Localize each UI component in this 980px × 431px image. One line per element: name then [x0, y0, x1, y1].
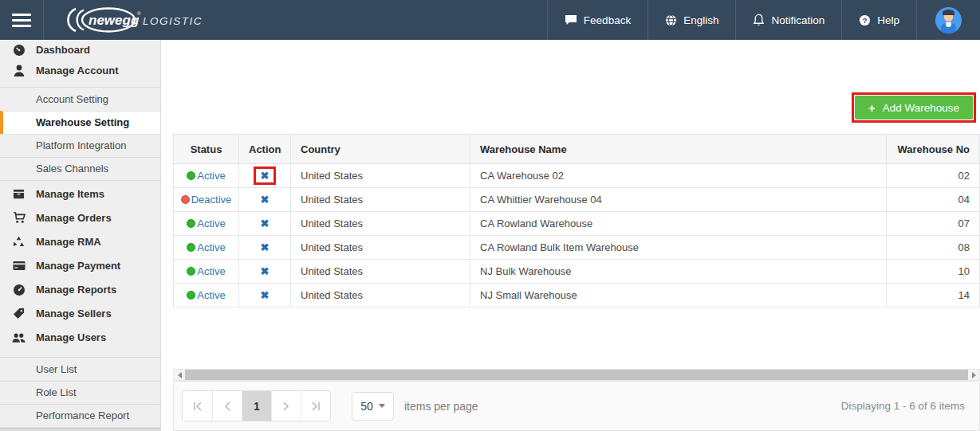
status-toggle[interactable]: Active: [174, 217, 238, 229]
status-toggle[interactable]: Active: [174, 241, 238, 253]
sidebar-item-manage-account[interactable]: Manage Account: [0, 61, 160, 81]
column-header-action[interactable]: Action: [239, 135, 291, 164]
table-header-row: Status Action Country Warehouse Name War…: [174, 135, 980, 164]
column-header-warehouse-name[interactable]: Warehouse Name: [470, 135, 887, 164]
add-warehouse-label: Add Warehouse: [883, 102, 959, 114]
warehouse-no-cell: 07: [887, 212, 980, 236]
country-cell: United States: [291, 188, 470, 212]
items-per-page-label: items per page: [404, 400, 478, 413]
annotation-box: + Add Warehouse: [852, 92, 976, 123]
svg-text:®: ®: [137, 11, 141, 16]
add-warehouse-button[interactable]: + Add Warehouse: [855, 96, 973, 120]
previous-page-button[interactable]: [212, 391, 242, 421]
table-row: Active ✖ United States NJ Small Warehous…: [174, 284, 980, 308]
sidebar-item-warehouse-setting[interactable]: Warehouse Setting: [0, 111, 160, 134]
status-dot: [181, 195, 190, 204]
close-icon[interactable]: ✖: [261, 265, 270, 277]
sidebar-item-user-list[interactable]: User List: [0, 358, 160, 381]
warehouse-name-cell: CA Rowland Warehouse: [470, 212, 887, 236]
country-cell: United States: [291, 164, 470, 188]
last-page-button[interactable]: [301, 391, 330, 421]
sidebar-item-account-setting[interactable]: Account Setting: [0, 88, 160, 111]
sidebar-item-manage-rma[interactable]: Manage RMA: [0, 230, 160, 254]
sidebar-item-platform-integration[interactable]: Platform Integration: [0, 134, 160, 157]
warehouse-no-cell: 10: [887, 260, 980, 284]
status-dot: [187, 219, 195, 228]
scroll-left-arrow[interactable]: [174, 370, 185, 380]
page-number-button[interactable]: 1: [242, 391, 271, 421]
first-page-button[interactable]: [183, 391, 212, 421]
language-button[interactable]: English: [647, 0, 735, 40]
warehouse-name-cell: NJ Bulk Warehouse: [470, 260, 887, 284]
warehouse-no-cell: 08: [887, 236, 980, 260]
sidebar-item-manage-items[interactable]: Manage Items: [0, 182, 160, 206]
close-icon[interactable]: ✖: [261, 289, 270, 301]
toolbar-row: + Add Warehouse: [161, 40, 980, 134]
newegg-logistics-logo[interactable]: newegg ® LOGISTICS: [44, 0, 214, 40]
user-avatar-area: [916, 0, 980, 40]
sidebar-item-manage-users[interactable]: Manage Users: [0, 326, 160, 350]
notification-button[interactable]: Notification: [735, 0, 841, 40]
sidebar-item-label: Manage Account: [36, 65, 119, 76]
column-header-warehouse-no[interactable]: Warehouse No: [887, 135, 980, 164]
help-icon: ?: [859, 14, 871, 26]
close-icon[interactable]: ✖: [261, 170, 270, 182]
sidebar-item-role-list[interactable]: Role List: [0, 381, 160, 404]
language-label: English: [683, 14, 718, 26]
box-icon: [12, 188, 26, 200]
help-button[interactable]: ? Help: [841, 0, 916, 40]
scrollbar-thumb[interactable]: [185, 370, 968, 380]
hamburger-menu-icon[interactable]: [0, 0, 44, 40]
column-header-status[interactable]: Status: [174, 135, 239, 164]
annotation-box: ✖: [254, 167, 277, 185]
feedback-label: Feedback: [584, 14, 631, 26]
recycle-icon: [12, 236, 26, 248]
status-toggle[interactable]: Active: [174, 265, 238, 277]
status-dot: [187, 267, 195, 276]
reports-icon: [12, 284, 26, 296]
user-avatar[interactable]: [935, 7, 962, 33]
page-size-value: 50: [360, 400, 373, 413]
sidebar-item-manage-sellers[interactable]: Manage Sellers: [0, 302, 160, 326]
feedback-icon: [565, 14, 577, 25]
warehouse-table: Status Action Country Warehouse Name War…: [173, 134, 980, 308]
table-row: Active ✖ United States CA Rowland Bulk I…: [174, 236, 980, 260]
pager-button-group: 1: [182, 390, 331, 421]
column-header-country[interactable]: Country: [291, 135, 470, 164]
bell-icon: [753, 14, 765, 26]
status-dot: [187, 291, 195, 300]
sidebar-item-performance-report[interactable]: Performance Report: [0, 404, 160, 427]
sidebar-item-manage-payment[interactable]: Manage Payment: [0, 254, 160, 278]
status-toggle[interactable]: Active: [174, 289, 238, 301]
chevron-down-icon: [379, 404, 385, 408]
status-toggle[interactable]: Active: [174, 170, 238, 182]
warehouse-no-cell: 04: [887, 188, 980, 212]
users-icon: [12, 332, 26, 343]
page-size-dropdown[interactable]: 50: [352, 392, 394, 421]
feedback-button[interactable]: Feedback: [547, 0, 647, 40]
table-row: Active ✖ United States NJ Bulk Warehouse…: [174, 260, 980, 284]
warehouse-name-cell: CA Warehouse 02: [470, 164, 887, 188]
sidebar-item-dashboard[interactable]: Dashboard: [0, 40, 160, 61]
sidebar-bottom-divider: [0, 428, 160, 431]
close-icon[interactable]: ✖: [261, 217, 270, 229]
table-row: Active ✖ United States CA Rowland Wareho…: [174, 212, 980, 236]
notification-label: Notification: [771, 14, 825, 26]
country-cell: United States: [291, 212, 470, 236]
sidebar-item-manage-reports[interactable]: Manage Reports: [0, 278, 160, 302]
sidebar-item-manage-orders[interactable]: Manage Orders: [0, 206, 160, 230]
tag-icon: [12, 308, 26, 319]
table-row: Active ✖ United States CA Warehouse 02 0…: [174, 164, 980, 188]
svg-text:?: ?: [863, 16, 868, 25]
status-toggle[interactable]: Deactive: [174, 194, 238, 206]
status-dot: [187, 243, 195, 252]
scroll-right-arrow[interactable]: [968, 370, 979, 380]
sidebar-item-sales-channels[interactable]: Sales Channels: [0, 157, 160, 180]
next-page-button[interactable]: [271, 391, 301, 421]
main-content: + Add Warehouse Status Action Country Wa…: [161, 40, 980, 431]
pagination-bar: 1 50 items per page Displaying 1 - 6 of …: [173, 381, 980, 431]
close-icon[interactable]: ✖: [261, 241, 270, 253]
svg-text:LOGISTICS: LOGISTICS: [143, 15, 203, 27]
close-icon[interactable]: ✖: [261, 194, 270, 206]
pager-summary: Displaying 1 - 6 of 6 items: [841, 400, 965, 412]
